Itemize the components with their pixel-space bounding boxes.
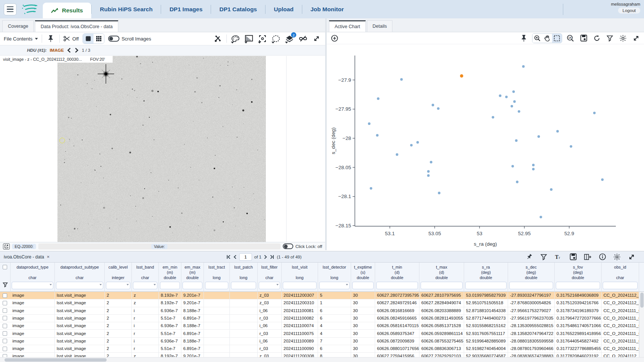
row-checkbox[interactable]	[3, 308, 7, 313]
column-filter-s_fov[interactable]	[556, 282, 600, 289]
chart-settings-button[interactable]	[618, 33, 628, 43]
page-number-input[interactable]	[239, 253, 252, 261]
box-select-mode-button[interactable]	[552, 34, 562, 43]
next-page-button[interactable]	[264, 255, 267, 259]
selected-data-point[interactable]	[460, 74, 463, 78]
filter-dropdown-icon[interactable]	[50, 284, 52, 285]
column-header-lsst_detector[interactable]: lsst_detectorlong	[318, 263, 351, 292]
prev-page-button[interactable]	[233, 255, 237, 259]
hdu-prev-button[interactable]	[67, 48, 71, 53]
data-point[interactable]	[522, 65, 525, 68]
color-palette-button[interactable]	[231, 34, 240, 44]
fits-image-viewport[interactable]: visit_image - z - CC_O_20241112_00030...…	[0, 56, 325, 242]
zoom-mode-button[interactable]	[532, 34, 542, 43]
table-row[interactable]: imagelsst.visit_image2z8.192e-79.201e-7z…	[0, 299, 639, 307]
column-header-obs_id[interactable]: obs_idchar	[602, 263, 639, 292]
column-header-s_dec[interactable]: s_dec(deg)double	[508, 263, 555, 292]
filter-dropdown-icon[interactable]	[276, 284, 279, 285]
data-point[interactable]	[601, 178, 604, 181]
pin-table-button[interactable]	[524, 252, 534, 262]
column-header-lsst_band[interactable]: lsst_bandchar	[132, 263, 159, 292]
table-row[interactable]: imagelsst.visit_image2z8.192e-79.201e-7z…	[0, 292, 639, 299]
tab-details[interactable]: Details	[367, 20, 392, 32]
pan-mode-button[interactable]	[542, 34, 552, 43]
column-filter-lsst_filter[interactable]	[259, 282, 280, 289]
column-header-lsst_filter[interactable]: lsst_filterchar	[258, 263, 282, 292]
column-filter-lsst_visit[interactable]	[283, 282, 317, 289]
column-filter-lsst_detector[interactable]	[319, 282, 350, 289]
row-checkbox[interactable]	[3, 331, 7, 336]
tab-active-chart[interactable]: Active Chart	[329, 20, 366, 32]
data-point[interactable]	[532, 168, 535, 170]
data-point[interactable]	[368, 122, 371, 125]
pin-chart-button[interactable]	[519, 33, 529, 43]
logout-button[interactable]: Logout	[618, 8, 640, 14]
grid-view-button[interactable]	[94, 34, 104, 44]
cutout-toggle-button[interactable]: Off	[63, 36, 79, 42]
text-view-button[interactable]: Tr	[554, 252, 563, 262]
data-point[interactable]	[400, 78, 403, 81]
row-checkbox[interactable]	[3, 339, 7, 343]
column-filter-t_exptime[interactable]	[352, 282, 374, 289]
expand-table-button[interactable]	[627, 252, 636, 262]
data-point[interactable]	[511, 105, 513, 108]
data-point[interactable]	[437, 107, 440, 110]
data-point[interactable]	[537, 135, 540, 138]
single-view-button[interactable]	[83, 34, 94, 44]
data-point[interactable]	[540, 216, 542, 218]
wcs-unlink-button[interactable]	[298, 34, 308, 44]
scroll-images-toggle[interactable]: Scroll Images	[108, 36, 151, 42]
column-header-em_max[interactable]: em_max(m)double	[181, 263, 204, 292]
expand-chart-button[interactable]	[631, 33, 641, 43]
data-point[interactable]	[431, 104, 434, 107]
column-header-dataproduct_type[interactable]: dataproduct_typechar	[11, 263, 55, 292]
hamburger-menu-button[interactable]	[4, 3, 17, 15]
table-row[interactable]: imagelsst.visit_image2r5.51e-76.891e-7r_…	[0, 330, 639, 338]
data-point[interactable]	[416, 141, 419, 144]
data-point[interactable]	[532, 164, 535, 167]
zoom-original-button[interactable]: 1X	[566, 33, 575, 43]
tab-data-product-ivoa-obscore-data[interactable]: Data Product: ivoa.ObsCore - data	[35, 20, 118, 32]
data-point[interactable]	[492, 116, 494, 119]
data-point[interactable]	[516, 181, 519, 183]
data-point[interactable]	[396, 153, 398, 156]
nav-tab-dp1-images[interactable]: DP1 Images	[161, 0, 211, 18]
column-filter-lsst_band[interactable]	[133, 282, 157, 289]
data-point[interactable]	[438, 192, 440, 194]
column-header-s_ra[interactable]: s_ra(deg)double	[464, 263, 508, 292]
data-point[interactable]	[505, 96, 508, 98]
expand-image-button[interactable]	[312, 34, 321, 44]
data-point[interactable]	[427, 174, 430, 177]
row-checkbox[interactable]	[3, 324, 7, 328]
restore-chart-button[interactable]	[592, 33, 602, 43]
row-checkbox[interactable]	[3, 293, 7, 298]
table-vertical-scrollbar[interactable]	[639, 292, 644, 357]
column-filter-calib_level[interactable]	[106, 282, 130, 289]
nav-tab-rubin-hips-search[interactable]: Rubin HiPS Search	[92, 0, 161, 18]
data-point[interactable]	[556, 130, 559, 133]
nav-tab-job-monitor[interactable]: Job Monitor	[302, 0, 352, 18]
nav-tab-results[interactable]: Results	[43, 3, 91, 18]
table-row[interactable]: imagelsst.visit_image2i6.936e-78.188e-7i…	[0, 307, 639, 315]
table-row[interactable]: imagelsst.visit_image2r5.51e-76.891e-7r_…	[0, 345, 639, 353]
column-header-t_max[interactable]: t_max(d)double	[419, 263, 464, 292]
column-header-em_min[interactable]: em_min(m)double	[159, 263, 181, 292]
data-point[interactable]	[427, 170, 430, 173]
column-header-lsst_tract[interactable]: lsst_tractlong	[204, 263, 230, 292]
column-header-s_fov[interactable]: s_fov(deg)double	[555, 263, 602, 292]
column-header-t_min[interactable]: t_min(d)double	[375, 263, 419, 292]
recenter-button[interactable]	[258, 34, 267, 44]
save-table-button[interactable]	[568, 252, 578, 262]
column-filter-t_min[interactable]	[376, 282, 418, 289]
column-filter-dataproduct_type[interactable]	[12, 282, 53, 289]
select-region-button[interactable]	[271, 34, 281, 44]
filter-dropdown-icon[interactable]	[100, 284, 102, 285]
column-header-dataproduct_subtype[interactable]: dataproduct_subtypechar	[55, 263, 105, 292]
scatter-plot-svg[interactable]: 53.153.055352.9552.9−27.9−27.95−28−28.05…	[327, 44, 644, 250]
nav-tab-dp1-catalogs[interactable]: DP1 Catalogs	[211, 0, 265, 18]
column-filter-em_max[interactable]	[182, 282, 202, 289]
filter-chart-button[interactable]	[605, 33, 615, 43]
column-filter-lsst_tract[interactable]	[205, 282, 228, 289]
fits-image[interactable]	[57, 56, 266, 242]
data-point[interactable]	[377, 98, 380, 100]
